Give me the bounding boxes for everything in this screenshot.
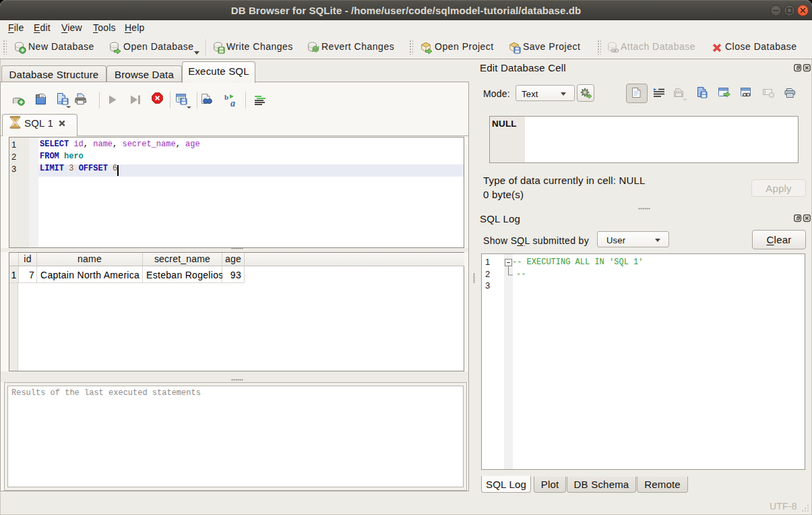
svg-text:a: a [230,98,235,108]
svg-text:b: b [224,93,228,101]
